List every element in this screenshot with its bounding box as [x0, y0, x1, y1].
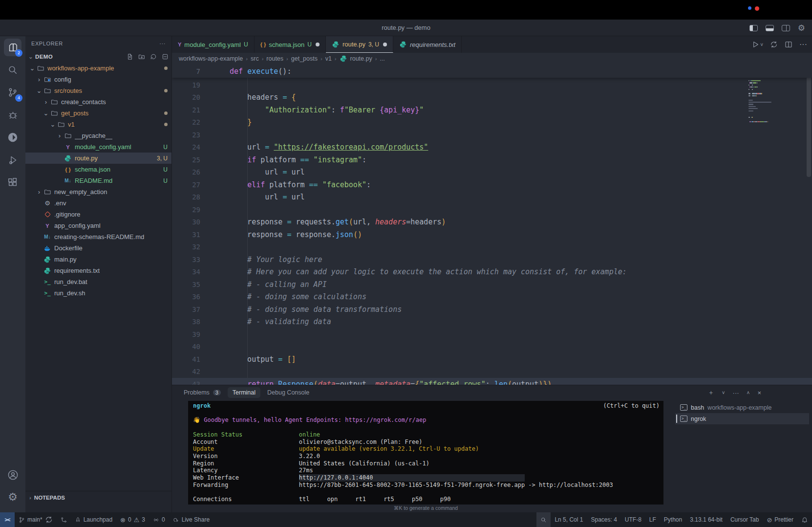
activitybar-account[interactable] — [0, 463, 25, 486]
editor-scrollbar[interactable] — [807, 65, 811, 177]
tab-schema-json[interactable]: { }schema.jsonU — [255, 36, 326, 53]
statusbar-search[interactable] — [536, 512, 551, 527]
code-line-22[interactable]: 22 } — [172, 116, 812, 129]
code-line-39[interactable]: 39 — [172, 328, 812, 341]
statusbar-graph[interactable] — [57, 512, 71, 527]
code-line-25[interactable]: 25 if platform == "instagram": — [172, 154, 812, 166]
breadcrumb-item[interactable]: routes — [266, 55, 283, 62]
statusbar-ln-5-col-1[interactable]: Ln 5, Col 1 — [551, 512, 587, 527]
breadcrumb-item[interactable]: workflows-app-example — [179, 55, 243, 62]
code-line-42[interactable]: 42 — [172, 366, 812, 378]
breadcrumb-item[interactable]: v1 — [325, 55, 332, 62]
activitybar-explorer[interactable]: 2 — [0, 36, 25, 59]
breadcrumb[interactable]: workflows-app-example›src›routes›get_pos… — [172, 53, 812, 65]
statusbar-python[interactable]: Python — [660, 512, 686, 527]
maximize-panel-icon[interactable]: ˄ — [747, 390, 750, 395]
layout-sidebar-right-icon[interactable] — [782, 25, 790, 31]
breadcrumb-item[interactable]: get_posts — [291, 55, 318, 62]
chevron-down-icon[interactable]: ⌄ — [35, 87, 43, 94]
explorer-section-header[interactable]: ⌄ DEMO — [25, 51, 171, 63]
tree-item-creating-schemas-readme-md[interactable]: M↓creating-schemas-README.md — [25, 231, 171, 242]
code-line-33[interactable]: 33 # Your logic here — [172, 253, 812, 266]
tree-item-src-routes[interactable]: ⌄src/routes — [25, 85, 171, 96]
editor-more-icon[interactable]: ··· — [799, 40, 807, 49]
tab-module-config-yaml[interactable]: Ymodule_config.yamlU — [172, 36, 255, 53]
code-line-41[interactable]: 41 output = [] — [172, 353, 812, 366]
code-line-28[interactable]: 28 url = url — [172, 191, 812, 204]
statusbar-spaces-4[interactable]: Spaces: 4 — [587, 512, 620, 527]
code-line-19[interactable]: 19 — [172, 79, 812, 91]
activitybar-run-debug[interactable] — [0, 149, 25, 171]
code-line-29[interactable]: 29 — [172, 203, 812, 216]
breadcrumb-item[interactable]: src — [251, 55, 259, 62]
terminal-dropdown-icon[interactable]: ˅ — [722, 390, 725, 395]
breadcrumb-trailing[interactable]: ... — [380, 55, 385, 62]
tree-item-main-py[interactable]: main.py — [25, 254, 171, 265]
layout-sidebar-left-icon[interactable] — [749, 25, 758, 31]
tree-item--gitignore[interactable]: .gitignore — [25, 209, 171, 220]
code-line-32[interactable]: 32 — [172, 241, 812, 254]
tree-item-readme-md[interactable]: M↓README.mdU — [25, 175, 171, 186]
statusbar-bell[interactable] — [797, 512, 812, 527]
tree-item-create-contacts[interactable]: ›create_contacts — [25, 96, 171, 108]
panel-tab-debug-console[interactable]: Debug Console — [262, 387, 314, 398]
tree-item-get-posts[interactable]: ⌄get_posts — [25, 108, 171, 119]
tree-item-app-config-yaml[interactable]: Yapp_config.yaml — [25, 220, 171, 231]
chevron-down-icon[interactable]: ⌄ — [42, 110, 50, 117]
code-line-31[interactable]: 31 response = response.json() — [172, 228, 812, 241]
terminal-instance-ngrok[interactable]: >_ngrok — [675, 413, 809, 424]
statusbar-utf-8[interactable]: UTF-8 — [621, 512, 645, 527]
collapse-all-icon[interactable] — [162, 53, 169, 60]
tree-item--pycache-[interactable]: ›__pycache__ — [25, 130, 171, 141]
tree-item-run-dev-sh[interactable]: >_run_dev.sh — [25, 287, 171, 299]
statusbar-main-[interactable]: main* — [15, 512, 57, 527]
chevron-right-icon[interactable]: › — [56, 132, 64, 139]
terminal-output[interactable]: ngrok (Ctrl+C to quit) 👋 Goodbye tunnels… — [188, 401, 663, 505]
panel-more-icon[interactable]: ··· — [733, 389, 739, 396]
statusbar-cursor-tab[interactable]: Cursor Tab — [727, 512, 763, 527]
code-line-38[interactable]: 38 # - validating data — [172, 316, 812, 329]
code-line-34[interactable]: 34 # Here you can add your logic to exec… — [172, 266, 812, 279]
chevron-right-icon[interactable]: › — [35, 188, 43, 196]
code-line-20[interactable]: 20 headers = { — [172, 91, 812, 104]
minimap[interactable] — [747, 65, 785, 385]
activitybar-source-control[interactable]: 4 — [0, 81, 25, 104]
statusbar-lf[interactable]: LF — [645, 512, 660, 527]
layout-panel-icon[interactable] — [766, 25, 774, 31]
sync-icon[interactable] — [770, 41, 778, 48]
run-dropdown-icon[interactable]: ˅ — [760, 42, 763, 47]
tab-requirements-txt[interactable]: requirements.txt — [393, 36, 462, 53]
tree-item-v1[interactable]: ⌄v1 — [25, 119, 171, 130]
run-python-button[interactable]: ˅ — [751, 41, 763, 48]
code-line-21[interactable]: 21 "Authorization": f"Bearer {api_key}" — [172, 104, 812, 116]
code-line-30[interactable]: 30 response = requests.get(url, headers=… — [172, 216, 812, 229]
customize-layout-icon[interactable]: ⚙ — [798, 24, 805, 32]
statusbar-3-13-1-64-bit[interactable]: 3.13.1 64-bit — [686, 512, 727, 527]
tree-item-run-dev-bat[interactable]: >_run_dev.bat — [25, 276, 171, 287]
refresh-icon[interactable] — [150, 53, 157, 60]
chevron-down-icon[interactable]: ⌄ — [28, 65, 36, 72]
chevron-right-icon[interactable]: › — [42, 98, 50, 106]
close-panel-icon[interactable]: × — [757, 389, 761, 396]
activitybar-extensions[interactable] — [0, 171, 25, 194]
code-line-27[interactable]: 27 elif platform == "facebook": — [172, 178, 812, 191]
chevron-right-icon[interactable]: › — [35, 76, 43, 83]
tree-item-module-config-yaml[interactable]: Ymodule_config.yamlU — [25, 141, 171, 153]
code-line-24[interactable]: 24 url = "https://fakestoreapi.com/produ… — [172, 141, 812, 154]
chevron-down-icon[interactable]: ⌄ — [49, 121, 57, 128]
terminal-instance-bash[interactable]: >_bashworkflows-app-example — [675, 402, 809, 413]
code-line-35[interactable]: 35 # - calling an API — [172, 278, 812, 291]
tree-item-requirements-txt[interactable]: requirements.txt — [25, 265, 171, 276]
new-terminal-icon[interactable]: ＋ — [708, 388, 714, 397]
notepads-section[interactable]: › NOTEPADS — [25, 491, 171, 504]
activitybar-search[interactable] — [0, 59, 25, 81]
panel-tab-terminal[interactable]: Terminal — [228, 387, 260, 398]
split-editor-icon[interactable] — [785, 41, 792, 48]
breadcrumb-file[interactable]: route.py — [350, 55, 372, 62]
modified-dot[interactable] — [316, 43, 320, 46]
code-editor[interactable]: 7def execute(): 1920 headers = {21 "Auth… — [172, 65, 812, 385]
activitybar-debug[interactable] — [0, 104, 25, 126]
new-folder-icon[interactable] — [138, 53, 145, 60]
tree-item-route-py[interactable]: route.py3, U — [25, 153, 171, 164]
tree-item-dockerfile[interactable]: Dockerfile — [25, 242, 171, 254]
